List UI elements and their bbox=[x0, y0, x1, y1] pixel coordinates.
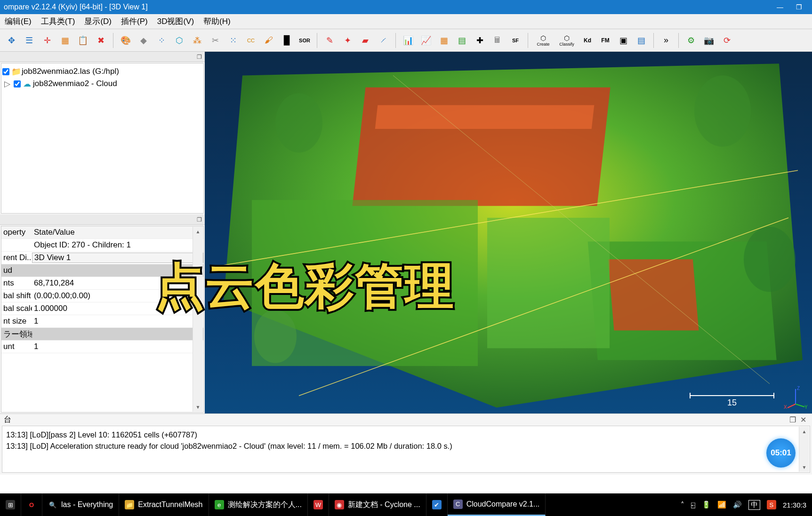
colors-icon[interactable]: 🎨 bbox=[117, 32, 134, 49]
gear-icon[interactable]: ⚙ bbox=[683, 32, 699, 49]
taskbar-app[interactable]: ◉新建文档 - Cyclone ... bbox=[329, 493, 426, 516]
console-output[interactable]: 13:13] [LoD][pass 2] Level 10: 1162051 c… bbox=[2, 426, 810, 473]
props-row: bal scale1.000000 bbox=[1, 302, 203, 315]
console-label: 台 bbox=[4, 415, 11, 425]
menu-plugins[interactable]: 插件(P) bbox=[116, 14, 153, 29]
paint-icon[interactable]: 🖌 bbox=[260, 32, 277, 49]
octree-icon[interactable]: ⁘ bbox=[153, 32, 170, 49]
add-icon[interactable]: ✚ bbox=[471, 32, 488, 49]
histogram-icon[interactable]: 📊 bbox=[400, 32, 417, 49]
toolbar-overflow-icon[interactable]: » bbox=[658, 32, 675, 49]
tray-clock[interactable]: 21:30:3 bbox=[783, 501, 806, 509]
menu-display[interactable]: 显示(D) bbox=[80, 14, 116, 29]
translate-rotate-icon[interactable]: ✛ bbox=[39, 32, 56, 49]
wand-icon[interactable]: ✎ bbox=[321, 32, 338, 49]
expand-icon[interactable]: ▷ bbox=[2, 79, 12, 89]
tree-root-checkbox[interactable] bbox=[2, 68, 9, 75]
normals-icon[interactable]: ◆ bbox=[135, 32, 152, 49]
csv-export-icon[interactable]: ▤ bbox=[633, 32, 650, 49]
cc-tool-icon[interactable]: CC bbox=[242, 32, 259, 49]
tree-root-label: job82wenmiao2.las (G:/hpl) bbox=[22, 67, 119, 76]
sf-tool-icon[interactable]: SF bbox=[507, 32, 524, 49]
scroll-up-icon[interactable]: ▲ bbox=[802, 427, 807, 436]
app-icon: ✔ bbox=[432, 500, 442, 509]
chart-icon[interactable]: 📈 bbox=[418, 32, 434, 49]
tray-sogou-icon[interactable]: S bbox=[767, 500, 776, 509]
tray-ime[interactable]: 中 bbox=[748, 500, 760, 510]
table-icon[interactable]: ▤ bbox=[453, 32, 470, 49]
checker-icon[interactable]: ▐▌ bbox=[278, 32, 295, 49]
tree-row-child[interactable]: ▷ ☁ job82wenmiao2 - Cloud bbox=[2, 78, 202, 90]
fm-tool-icon[interactable]: FM bbox=[597, 32, 614, 49]
undock-icon[interactable]: ❐ bbox=[197, 54, 202, 60]
taskbar-opera[interactable]: O bbox=[21, 493, 42, 516]
pick-rotation-center-icon[interactable]: ✥ bbox=[3, 32, 20, 49]
sor-filter-icon[interactable]: SOR bbox=[296, 32, 313, 49]
canupo-classify-button[interactable]: ⬡Classify bbox=[555, 32, 578, 49]
axis-trihedron: Z X Y bbox=[784, 385, 807, 409]
taskbar-app-label: ExtractTunnelMesh bbox=[138, 500, 202, 509]
mesh-icon[interactable]: ⬡ bbox=[171, 32, 188, 49]
tray-volume-icon[interactable]: 🔊 bbox=[733, 500, 742, 509]
tray-wifi-icon[interactable]: 📶 bbox=[717, 500, 726, 509]
cloud-icon: ☁ bbox=[23, 79, 31, 89]
props-key: bal shift bbox=[1, 291, 32, 301]
console-scrollbar[interactable]: ▲ ▼ bbox=[799, 427, 809, 472]
console-undock-icon[interactable]: ❐ bbox=[788, 415, 798, 424]
camera-icon[interactable]: 📷 bbox=[700, 32, 717, 49]
maximize-button[interactable]: ❐ bbox=[789, 3, 808, 11]
filter-icon[interactable]: ✂ bbox=[207, 32, 224, 49]
menu-edit[interactable]: 编辑(E) bbox=[0, 14, 36, 29]
kd-tool-icon[interactable]: Kd bbox=[579, 32, 596, 49]
plane-icon[interactable]: ▰ bbox=[357, 32, 374, 49]
canupo-create-button[interactable]: ⬡Create bbox=[532, 32, 555, 49]
props-value[interactable]: 3D View 1 bbox=[32, 253, 203, 263]
menu-tools[interactable]: 工具类(T) bbox=[36, 14, 80, 29]
scroll-up-icon[interactable]: ▲ bbox=[196, 227, 201, 236]
3d-viewport[interactable]: 15 Z X Y bbox=[205, 52, 812, 413]
menu-3dview[interactable]: 3D视图(V) bbox=[153, 14, 199, 29]
tray-chevron-icon[interactable]: ˄ bbox=[681, 500, 684, 509]
axis-icon[interactable]: ✦ bbox=[339, 32, 356, 49]
statusbar bbox=[0, 475, 812, 493]
taskbar-app[interactable]: W bbox=[308, 493, 329, 516]
level-icon[interactable]: ☰ bbox=[21, 32, 38, 49]
props-row: unt1 bbox=[1, 341, 203, 353]
minimize-button[interactable]: — bbox=[771, 3, 789, 11]
props-scrollbar[interactable]: ▲ ▼ bbox=[193, 227, 203, 412]
clone-icon[interactable]: 📋 bbox=[74, 32, 91, 49]
grid-icon[interactable]: ▦ bbox=[435, 32, 452, 49]
taskbar-search[interactable]: 🔍 las - Everything bbox=[42, 493, 119, 516]
start-button[interactable]: ⊞ bbox=[0, 493, 21, 516]
taskbar-app[interactable]: CCloudCompare v2.1... bbox=[448, 493, 546, 516]
taskbar-search-label: las - Everything bbox=[61, 500, 113, 509]
tree-child-checkbox[interactable] bbox=[14, 80, 21, 87]
props-row: ud bbox=[1, 264, 203, 277]
db-tree[interactable]: 📁 job82wenmiao2.las (G:/hpl) ▷ ☁ job82we… bbox=[1, 63, 204, 214]
taskbar-app[interactable]: ✔ bbox=[426, 493, 448, 516]
calc-icon[interactable]: 🖩 bbox=[489, 32, 506, 49]
undock-icon[interactable]: ❐ bbox=[197, 216, 202, 223]
record-icon[interactable]: ⟳ bbox=[718, 32, 735, 49]
subsample-icon[interactable]: ⁙ bbox=[225, 32, 241, 49]
measure-icon[interactable]: ⟋ bbox=[375, 32, 392, 49]
scroll-down-icon[interactable]: ▼ bbox=[802, 462, 807, 472]
scroll-down-icon[interactable]: ▼ bbox=[196, 402, 201, 412]
console-panel: 台 ❐ ✕ 13:13] [LoD][pass 2] Level 10: 116… bbox=[0, 413, 812, 475]
delete-icon[interactable]: ✖ bbox=[92, 32, 109, 49]
taskbar-app[interactable]: 📁ExtractTunnelMesh bbox=[119, 493, 209, 516]
taskbar-app[interactable]: e测绘解决方案的个人... bbox=[209, 493, 308, 516]
shp-export-icon[interactable]: ▣ bbox=[615, 32, 632, 49]
sample-icon[interactable]: ⁂ bbox=[189, 32, 206, 49]
tray-battery-icon[interactable]: 🔋 bbox=[702, 500, 711, 509]
console-line: 13:13] [LoD] Acceleration structure read… bbox=[6, 440, 806, 452]
system-tray: ˄ ⍇ 🔋 📶 🔊 中 S 21:30:3 bbox=[675, 500, 812, 510]
menu-help[interactable]: 帮助(H) bbox=[199, 14, 235, 29]
props-row: nt size1 bbox=[1, 315, 203, 328]
props-row[interactable]: rent Di...3D View 1 bbox=[1, 252, 203, 264]
segment-icon[interactable]: ▦ bbox=[56, 32, 73, 49]
tray-usb-icon[interactable]: ⍇ bbox=[691, 501, 695, 509]
titlebar: ompare v2.12.4 (Kyiv) [64-bit] - [3D Vie… bbox=[0, 0, 812, 14]
console-close-icon[interactable]: ✕ bbox=[798, 415, 808, 424]
tree-row-root[interactable]: 📁 job82wenmiao2.las (G:/hpl) bbox=[2, 65, 202, 78]
